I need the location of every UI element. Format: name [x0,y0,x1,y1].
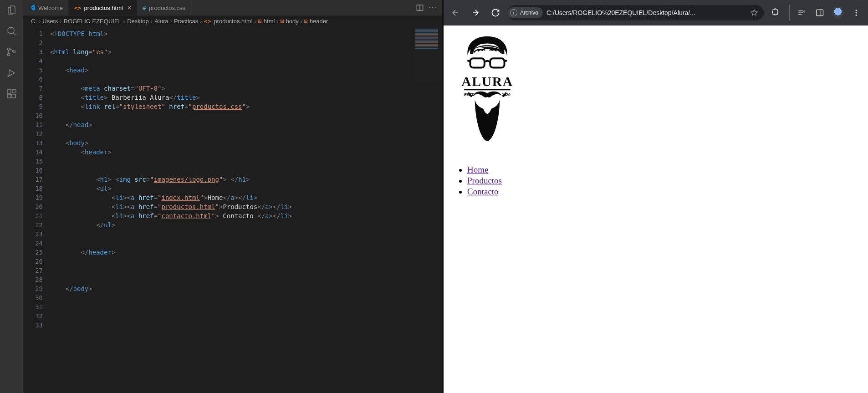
code-line[interactable] [50,157,442,166]
code-line[interactable]: <html lang="es"> [50,47,442,56]
code-line[interactable]: <body> [50,138,442,148]
breadcrumbs[interactable]: C:› Users› ROGELIO EZEQUIEL› Desktop› Al… [23,16,442,26]
breadcrumb-item[interactable]: html [264,18,275,25]
tab-productos-css[interactable]: # productos.css [137,0,191,15]
editor[interactable]: 1234567891011121314151617181920212223242… [23,26,442,393]
breadcrumb-item[interactable]: ROGELIO EZEQUIEL [64,18,122,25]
reload-button[interactable] [487,5,504,21]
code-line[interactable] [50,239,442,248]
line-number: 9 [23,102,43,111]
explorer-icon[interactable] [6,5,17,15]
code-line[interactable] [50,129,442,138]
tab-bar: Welcome <> productos.html × # productos.… [23,0,442,16]
security-chip[interactable]: i Archivo [507,7,543,18]
line-number: 30 [23,293,43,302]
line-number: 4 [23,56,43,66]
code-line[interactable]: <meta charset="UFT-8"> [50,84,442,93]
line-number: 18 [23,184,43,193]
code-line[interactable]: <h1> <img src="imagenes/logo.png"> </h1> [50,175,442,184]
breadcrumb-item[interactable]: header [310,18,328,25]
chrome-menu-icon[interactable] [848,5,864,21]
tab-productos-html[interactable]: <> productos.html × [69,0,137,15]
code-line[interactable] [50,275,442,284]
line-number: 29 [23,284,43,293]
extensions-puzzle-icon[interactable] [767,5,784,21]
forward-button[interactable] [467,5,484,21]
code-line[interactable] [50,38,442,47]
code-line[interactable]: <ul> [50,184,442,193]
line-number: 26 [23,257,43,266]
vscode-window: Welcome <> productos.html × # productos.… [0,0,442,393]
code-line[interactable]: <li><a href="contacto.html"> Contacto </… [50,211,442,220]
code-line[interactable]: <header> [50,148,442,157]
line-number: 12 [23,129,43,138]
code-line[interactable]: <!DOCTYPE html> [50,29,442,38]
code-line[interactable] [50,293,442,302]
code-line[interactable] [50,257,442,266]
breadcrumb-item[interactable]: C: [31,18,37,25]
svg-rect-15 [490,58,504,67]
line-number: 31 [23,302,43,311]
nav-home-link[interactable]: Home [467,165,488,174]
code-line[interactable] [50,75,442,84]
extensions-icon[interactable] [6,88,17,99]
code-line[interactable]: <link rel="stylesheet" href="productos.c… [50,102,442,111]
line-number: 14 [23,148,43,157]
svg-point-1 [8,48,10,51]
breadcrumb-item[interactable]: Practicas [174,18,198,25]
side-panel-icon[interactable] [812,5,828,21]
code-line[interactable]: <li><a href="productos.html">Productos</… [50,202,442,211]
line-number: 3 [23,47,43,56]
line-number: 20 [23,202,43,211]
run-debug-icon[interactable] [6,67,17,78]
code-line[interactable]: </header> [50,248,442,257]
bookmark-star-icon[interactable] [746,9,762,17]
code-line[interactable]: </body> [50,284,442,293]
nav-productos-link[interactable]: Productos [467,176,502,185]
tab-welcome[interactable]: Welcome [23,0,69,15]
line-number: 2 [23,38,43,47]
code-line[interactable] [50,266,442,275]
line-number: 23 [23,230,43,239]
code-line[interactable] [50,111,442,120]
code-line[interactable]: <li><a href="index.html">Home</a></li> [50,193,442,202]
search-icon[interactable] [6,26,17,36]
breadcrumb-item[interactable]: body [286,18,299,25]
code-content[interactable]: <!DOCTYPE html> <html lang="es"> <head> … [50,26,442,393]
back-button[interactable] [447,5,464,21]
tab-label: productos.css [149,5,185,11]
svg-rect-10 [817,10,823,15]
breadcrumb-item[interactable]: productos.html [214,18,252,25]
reading-list-icon[interactable] [793,5,810,21]
line-number: 13 [23,138,43,148]
browser-toolbar: i Archivo C:/Users/ROGELIO%20EZEQUIEL/De… [444,0,868,26]
code-line[interactable]: </ul> [50,220,442,230]
line-number: 7 [23,84,43,93]
code-line[interactable] [50,302,442,311]
code-line[interactable]: <head> [50,66,442,75]
nav-contacto-link[interactable]: Contacto [467,187,499,196]
profile-avatar[interactable] [830,5,846,21]
minimap[interactable] [414,28,440,83]
code-line[interactable]: </head> [50,120,442,129]
line-number: 16 [23,166,43,175]
css-file-icon: # [143,5,146,11]
svg-point-12 [856,12,857,14]
address-bar[interactable]: i Archivo C:/Users/ROGELIO%20EZEQUIEL/De… [507,5,764,20]
breadcrumb-item[interactable]: Users [42,18,58,25]
code-line[interactable] [50,230,442,239]
split-editor-icon[interactable] [416,4,424,12]
more-actions-icon[interactable]: ··· [429,4,437,12]
code-line[interactable] [50,56,442,66]
line-number: 1 [23,29,43,38]
line-number: 33 [23,321,43,330]
code-line[interactable]: <title> Barberiía Alura</title> [50,93,442,102]
source-control-icon[interactable] [6,46,17,57]
code-line[interactable] [50,311,442,321]
code-line[interactable] [50,321,442,330]
code-line[interactable] [50,166,442,175]
breadcrumb-item[interactable]: Alura [154,18,168,25]
line-gutter: 1234567891011121314151617181920212223242… [23,26,50,393]
close-icon[interactable]: × [128,4,131,11]
breadcrumb-item[interactable]: Desktop [127,18,149,25]
